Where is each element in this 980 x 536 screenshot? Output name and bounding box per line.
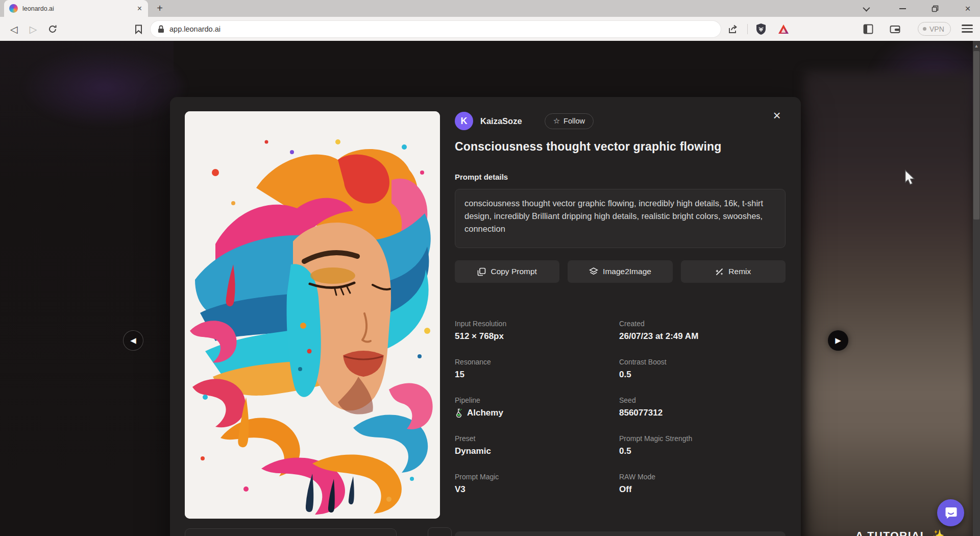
image2image-label: Image2Image [603,267,651,276]
prompt-details-heading: Prompt details [455,173,508,181]
modal-close-icon[interactable]: × [769,108,785,124]
generated-image[interactable] [185,111,440,519]
page-scrollbar[interactable]: ▲ [973,41,980,536]
partial-caption-text: A TUTORIAL ✨ [855,529,958,536]
back-icon[interactable]: ◁ [6,21,21,37]
sidebar-icon[interactable] [861,21,876,37]
remix-icon [715,267,724,276]
author-row: K KaizaSoze ☆ Follow [455,111,594,131]
tab-strip: leonardo.ai × + × [0,0,980,17]
backdrop-dim [0,41,174,510]
copy-prompt-button[interactable]: Copy Prompt [455,260,559,283]
detail-panel: K KaizaSoze ☆ Follow × Consciousness tho… [455,97,786,536]
follow-button[interactable]: ☆ Follow [545,113,594,129]
flask-icon [455,408,463,418]
prompt-text[interactable]: consciousness thought vector graphic flo… [455,189,786,248]
detail-raw-mode: RAW Mode Off [619,473,786,495]
artwork-illustration [185,111,440,519]
address-bar[interactable]: app.leonardo.ai [151,21,721,37]
generation-details: Input Resolution 512 × 768px Created 26/… [455,320,786,495]
image-action-button-partial[interactable] [428,527,452,536]
tab-close-icon[interactable]: × [136,4,143,13]
browser-tab[interactable]: leonardo.ai × [4,0,148,17]
star-icon: ☆ [553,116,560,126]
image-title: Consciousness thought vector graphic flo… [455,140,722,154]
detail-preset: Preset Dynamic [455,434,619,456]
scrollbar-thumb[interactable] [973,51,979,220]
brave-rewards-icon[interactable] [776,21,791,37]
mouse-cursor [903,169,917,188]
chat-bubble-icon [944,506,958,520]
image-detail-modal: K KaizaSoze ☆ Follow × Consciousness tho… [170,97,801,536]
scrollbar-up-icon[interactable]: ▲ [973,42,980,50]
url-text: app.leonardo.ai [169,25,220,33]
image-action-bar-partial[interactable] [185,528,397,536]
tab-search-icon[interactable] [855,0,876,17]
detail-contrast-boost: Contrast Boost 0.5 [619,358,786,380]
copy-prompt-label: Copy Prompt [491,267,536,276]
toolbar-divider [747,24,748,34]
detail-prompt-magic: Prompt Magic V3 [455,473,619,495]
pipeline-value: Alchemy [467,408,503,418]
forward-icon[interactable]: ▷ [26,21,41,37]
browser-menu-icon[interactable] [962,23,973,34]
layers-icon [589,267,598,276]
author-name[interactable]: KaizaSoze [480,116,522,126]
next-image-button[interactable]: ▶ [828,330,848,351]
vpn-badge[interactable]: VPN [918,22,951,36]
detail-prompt-magic-strength: Prompt Magic Strength 0.5 [619,434,786,456]
backdrop-blur-content [804,71,974,536]
lock-icon [158,25,164,33]
brave-shield-icon[interactable] [753,21,769,37]
window-restore-button[interactable] [925,0,945,17]
follow-label: Follow [564,117,585,125]
vpn-status-dot [923,27,926,31]
browser-toolbar: ◁ ▷ app.leonardo.ai VPN [0,17,980,41]
tab-title: leonardo.ai [22,5,136,12]
image2image-button[interactable]: Image2Image [568,260,672,283]
detail-resonance: Resonance 15 [455,358,619,380]
window-close-button[interactable]: × [958,0,978,17]
site-favicon [9,4,18,13]
new-tab-button[interactable]: + [153,2,166,15]
previous-image-button[interactable]: ◀ [123,330,143,351]
generate-with-model-button[interactable]: Generate with this model [455,531,786,536]
vpn-label: VPN [929,25,944,33]
detail-input-resolution: Input Resolution 512 × 768px [455,320,619,342]
chat-support-button[interactable] [937,499,964,526]
avatar[interactable]: K [455,112,473,130]
share-icon[interactable] [725,21,741,37]
detail-seed: Seed 856077312 [619,396,786,418]
prompt-actions: Copy Prompt Image2Image Remix [455,260,786,283]
wallet-icon[interactable] [887,21,902,37]
copy-icon [477,267,486,276]
detail-created: Created 26/07/23 at 2:49 AM [619,320,786,342]
bookmark-icon[interactable] [131,21,146,37]
reload-icon[interactable] [45,21,60,37]
remix-label: Remix [728,267,751,276]
window-minimize-button[interactable] [892,0,913,17]
remix-button[interactable]: Remix [681,260,786,283]
detail-pipeline: Pipeline Alchemy [455,396,619,418]
